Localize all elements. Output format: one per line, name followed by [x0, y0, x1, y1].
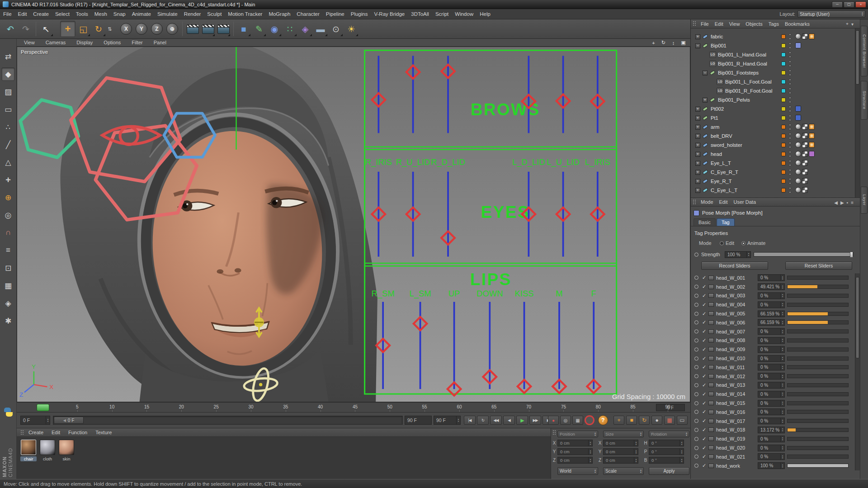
layer-color-chip[interactable] [781, 43, 786, 48]
keyframe-circle-icon[interactable] [694, 320, 698, 324]
enabled-checkbox[interactable]: ✓ [701, 409, 707, 415]
enabled-checkbox[interactable]: ✓ [701, 275, 707, 281]
record-sliders-button[interactable]: Record Sliders [701, 262, 768, 270]
phong-tag-icon[interactable] [795, 124, 801, 130]
world-dropdown[interactable]: World▴▾ [557, 467, 598, 475]
phong-tag-icon[interactable] [795, 151, 801, 157]
keyframe-selection-button[interactable]: ◎ [560, 416, 571, 425]
texture-tag-icon[interactable] [802, 169, 808, 175]
viewport-canvas[interactable]: Y X Z BROWSEYESR_IRISR_U_LIDR_D_LIDL_D_L… [17, 47, 690, 402]
radio-icon[interactable] [720, 241, 724, 245]
tab-tag[interactable]: Tag [717, 218, 735, 226]
object-row-bip001-r-foot-goal[interactable]: LOBip001_R_Foot.Goal [691, 86, 855, 95]
enabled-checkbox[interactable]: ✓ [701, 445, 707, 451]
morph-slider-value-field[interactable]: 0 %▴▾ [758, 328, 785, 335]
minimize-button[interactable]: ─ [832, 1, 843, 8]
dock-tab-content-browser[interactable]: Content Browser [861, 26, 868, 76]
visibility-dots[interactable] [789, 151, 791, 157]
menu-simulate[interactable]: Simulate [154, 9, 181, 19]
keyframe-circle-icon[interactable] [694, 347, 698, 352]
add-camera-button[interactable]: ⊙ [328, 21, 344, 37]
visibility-dots[interactable] [789, 52, 791, 58]
morph-tag-icon[interactable] [809, 151, 815, 157]
menu-edit[interactable]: Edit [15, 9, 30, 19]
layer-color-chip[interactable] [781, 52, 786, 57]
enabled-checkbox[interactable]: ✓ [701, 427, 707, 433]
timeline-frame-field[interactable]: 0 F [656, 404, 685, 411]
viewport-solo-button[interactable]: ◎ [1, 208, 15, 222]
menu-create[interactable]: Create [30, 9, 52, 19]
viewport-menu-filter[interactable]: Filter [132, 40, 142, 45]
timeline-scrub-handle[interactable]: ◀ 0 F [54, 417, 84, 424]
spinner-arrows-icon[interactable]: ▴▾ [780, 463, 784, 469]
zoom-icon[interactable]: ↕ [670, 39, 677, 46]
history-forward-icon[interactable]: ▶ [840, 200, 844, 205]
visibility-dot-bottom[interactable] [789, 164, 791, 166]
keyframe-circle-icon[interactable] [694, 303, 698, 307]
visibility-dot-top[interactable] [789, 133, 791, 135]
next-frame-button[interactable]: ▶▶ [529, 416, 541, 425]
coord-header-rotation[interactable]: Rotation▴▾ [649, 431, 689, 437]
spinner-arrows-icon[interactable]: ▴▾ [780, 382, 784, 388]
camera-view-label[interactable]: Perspective [21, 49, 48, 55]
key-rotation-button[interactable]: ↻ [639, 416, 650, 425]
tab-basic[interactable]: Basic [693, 218, 716, 226]
enabled-checkbox[interactable]: ✓ [701, 293, 707, 299]
expand-toggle-icon[interactable]: + [695, 152, 700, 157]
menu-sculpt[interactable]: Sculpt [204, 9, 225, 19]
menu-motion-tracker[interactable]: Motion Tracker [225, 9, 265, 19]
material-menu-edit[interactable]: Edit [52, 430, 60, 435]
axis-mode-button[interactable]: ⊕ [1, 191, 15, 204]
visibility-dots[interactable] [789, 70, 791, 76]
help-button[interactable]: ? [598, 415, 608, 425]
key-position-button[interactable]: + [613, 416, 624, 425]
enabled-checkbox[interactable]: ✓ [701, 364, 707, 370]
morph-slider-track[interactable] [787, 365, 849, 369]
layer-color-chip[interactable] [781, 161, 786, 165]
visibility-dot-bottom[interactable] [789, 74, 791, 76]
morph-slider-track[interactable] [787, 312, 849, 316]
spinner-arrows-icon[interactable]: ▴▾ [780, 319, 784, 325]
spinner-arrows-icon[interactable]: ▴▾ [634, 440, 638, 446]
coord-field-rotation-b[interactable]: 0 °▴▾ [649, 457, 684, 464]
spinner-arrows-icon[interactable]: ▴▾ [780, 436, 784, 442]
play-forward-button[interactable]: ▶ [516, 416, 528, 425]
menu-window[interactable]: Window [452, 9, 476, 19]
layer-color-chip[interactable] [781, 125, 786, 129]
tweak-mode-button[interactable]: + [1, 173, 15, 187]
expand-toggle-icon[interactable]: + [695, 134, 700, 139]
enabled-checkbox[interactable]: ✓ [701, 463, 707, 469]
morph-slider-track[interactable] [787, 464, 849, 468]
material-cloth[interactable]: cloth [39, 440, 56, 461]
am-menu-edit[interactable]: Edit [719, 199, 728, 205]
spinner-arrows-icon[interactable]: ▴▾ [780, 311, 784, 317]
coord-header-position[interactable]: Position▴▾ [557, 431, 598, 437]
enabled-checkbox[interactable]: ✓ [701, 418, 707, 424]
layer-color-chip[interactable] [781, 107, 786, 111]
morph-slider-track[interactable] [787, 303, 849, 307]
phong-tag-icon[interactable] [795, 33, 801, 39]
object-row-c-eye-l-t[interactable]: +C_Eye_L_T [691, 186, 855, 195]
last-used-tool-button[interactable]: ⇅ [106, 21, 113, 37]
morph-slider-value-field[interactable]: 0 %▴▾ [758, 453, 785, 460]
om-menu-tags[interactable]: Tags [769, 21, 779, 27]
keyframe-circle-icon[interactable] [694, 464, 698, 468]
layer-color-chip[interactable] [781, 61, 786, 66]
morph-slider-value-field[interactable]: 0 %▴▾ [758, 274, 785, 281]
visibility-dot-top[interactable] [789, 160, 791, 162]
visibility-dot-bottom[interactable] [789, 56, 791, 58]
morph-slider-track[interactable] [787, 329, 849, 333]
spinner-arrows-icon[interactable]: ▴▾ [780, 364, 784, 370]
layer-color-chip[interactable] [781, 116, 786, 120]
texture-tag-icon[interactable] [802, 187, 808, 193]
morph-slider-value-field[interactable]: 0 %▴▾ [758, 355, 785, 362]
visibility-dots[interactable] [789, 106, 791, 112]
add-spline-button[interactable]: ✎ [251, 21, 267, 37]
add-subdivision-surface-button[interactable]: ◉ [267, 21, 282, 37]
object-row-head[interactable]: +head [691, 150, 855, 159]
object-row-fabric[interactable]: +fabric [691, 32, 855, 41]
menu-plugins[interactable]: Plugins [348, 9, 371, 19]
am-menu-arrow-icon[interactable]: ≡ [851, 200, 854, 205]
make-editable-button[interactable]: ⇄ [1, 50, 15, 63]
spinner-arrows-icon[interactable]: ▴▾ [780, 400, 784, 406]
